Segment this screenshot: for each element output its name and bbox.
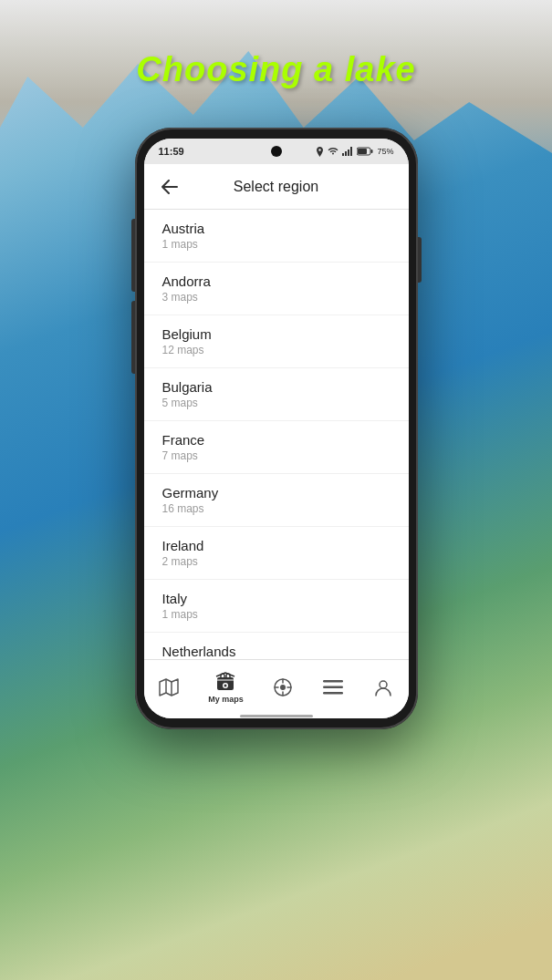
signal-icon: [342, 147, 353, 156]
explore-icon: [272, 676, 294, 698]
region-item[interactable]: Germany16 maps: [144, 474, 409, 527]
svg-point-9: [224, 684, 227, 686]
wifi-icon: [328, 148, 338, 156]
home-indicator: [144, 714, 409, 718]
phone-screen: 11:59: [144, 139, 409, 718]
region-maps-count: 2 maps: [162, 555, 391, 568]
status-time: 11:59: [159, 146, 184, 157]
region-name: Ireland: [162, 538, 391, 553]
location-icon: [316, 147, 324, 157]
svg-rect-2: [348, 150, 349, 156]
bottom-nav: My maps: [144, 659, 409, 714]
battery-percent: 75%: [377, 147, 393, 156]
region-item[interactable]: Netherlands9 maps: [144, 633, 409, 659]
svg-rect-13: [323, 686, 343, 688]
region-maps-count: 3 maps: [162, 291, 391, 304]
region-name: Netherlands: [162, 644, 391, 659]
my-maps-icon: [214, 671, 236, 693]
region-item[interactable]: France7 maps: [144, 421, 409, 474]
region-maps-count: 5 maps: [162, 397, 391, 409]
region-item[interactable]: Ireland2 maps: [144, 527, 409, 580]
region-name: France: [162, 432, 391, 448]
region-list: Austria1 mapsAndorra3 mapsBelgium12 maps…: [144, 210, 409, 659]
region-item[interactable]: Italy1 maps: [144, 580, 409, 633]
svg-rect-14: [323, 692, 343, 695]
nav-profile[interactable]: [365, 673, 401, 702]
app-bar: Select region: [144, 164, 409, 210]
svg-rect-12: [323, 680, 343, 683]
region-name: Andorra: [162, 273, 391, 289]
region-item[interactable]: Belgium12 maps: [144, 315, 409, 368]
region-name: Germany: [162, 485, 391, 500]
region-maps-count: 1 maps: [162, 238, 391, 251]
status-icons: 75%: [316, 147, 393, 157]
region-name: Bulgaria: [162, 379, 391, 395]
svg-rect-1: [345, 151, 347, 156]
back-button[interactable]: [155, 172, 184, 201]
nav-maps[interactable]: [151, 673, 187, 702]
nav-menu[interactable]: [315, 673, 351, 702]
region-name: Belgium: [162, 326, 391, 342]
region-item[interactable]: Bulgaria5 maps: [144, 368, 409, 421]
nav-my-maps-label: My maps: [208, 695, 244, 704]
app-bar-title: Select region: [184, 179, 369, 195]
camera-notch: [271, 146, 282, 157]
maps-icon: [158, 676, 180, 698]
region-maps-count: 1 maps: [162, 608, 391, 621]
nav-my-maps[interactable]: My maps: [201, 667, 251, 707]
svg-rect-5: [371, 150, 373, 153]
nav-explore[interactable]: [265, 673, 301, 702]
svg-point-15: [380, 681, 387, 688]
svg-rect-3: [350, 147, 352, 156]
svg-rect-6: [358, 149, 367, 154]
back-arrow-icon: [161, 180, 178, 194]
phone-frame: 11:59: [135, 128, 418, 729]
region-item[interactable]: Andorra3 maps: [144, 263, 409, 315]
region-maps-count: 7 maps: [162, 449, 391, 462]
page-heading: Choosing a lake: [0, 50, 552, 89]
region-item[interactable]: Austria1 maps: [144, 210, 409, 263]
battery-icon: [357, 147, 373, 156]
home-bar: [240, 715, 313, 717]
profile-icon: [372, 676, 394, 698]
menu-icon: [322, 676, 344, 698]
svg-point-11: [280, 685, 286, 690]
region-maps-count: 16 maps: [162, 502, 391, 515]
region-name: Italy: [162, 591, 391, 606]
region-maps-count: 12 maps: [162, 344, 391, 356]
svg-rect-0: [342, 153, 344, 156]
region-name: Austria: [162, 221, 391, 236]
